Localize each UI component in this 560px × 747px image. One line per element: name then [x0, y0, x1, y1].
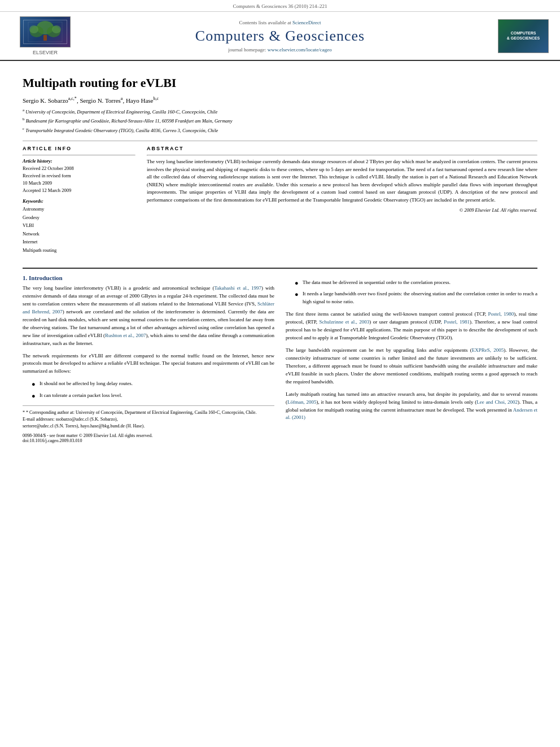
journal-homepage-link[interactable]: www.elsevier.com/locate/cageo — [268, 47, 332, 53]
abstract-col: ABSTRACT The very long baseline interfer… — [147, 146, 537, 259]
journal-title-main: Computers & Geosciences — [79, 28, 481, 45]
author2-name: , Sergio N. Torres — [77, 97, 121, 104]
article-meta-section: ARTICLE INFO Article history: Received 2… — [23, 146, 537, 259]
keywords-label: Keywords: — [23, 198, 135, 204]
article-info-label: ARTICLE INFO — [23, 146, 135, 151]
abstract-divider — [147, 155, 537, 156]
svg-rect-4 — [43, 35, 47, 41]
authors-line: Sergio K. Sobarzoa,c,*, Sergio N. Torres… — [23, 96, 537, 104]
svg-point-5 — [29, 25, 38, 33]
bullet-text-3: The data must be delivered in sequential… — [303, 279, 450, 287]
abstract-text: The very long baseline interferometry (V… — [147, 158, 537, 204]
bullet-list-right: ● The data must be delivered in sequenti… — [295, 279, 537, 306]
footnote-star-text: * Corresponding author at: University of… — [26, 410, 257, 415]
ref-postel1981[interactable]: Postel, 1981 — [444, 319, 470, 325]
section1-para5: The large bandwidth requirement can be m… — [286, 347, 537, 386]
footnote-email1: E-mail addresses: ssobarzo@udec.cl (S.K.… — [23, 416, 274, 423]
article-info-col: ARTICLE INFO Article history: Received 2… — [23, 146, 135, 259]
journal-homepage-line: journal homepage: www.elsevier.com/locat… — [79, 47, 481, 53]
body-col-right: ● The data must be delivered in sequenti… — [286, 274, 537, 443]
section1-para6: Lately multipath routing has turned into… — [286, 391, 537, 422]
keyword-1: Astronomy — [23, 205, 135, 213]
ref-lee-choi[interactable]: Lee and Choi, 2002 — [476, 399, 518, 405]
journal-header: ELSEVIER Contents lists available at Sci… — [0, 12, 560, 61]
author3-sup: b,c — [153, 96, 159, 101]
keywords-block: Keywords: Astronomy Geodesy VLBI Network… — [23, 198, 135, 254]
journal-right-logo-text: COMPUTERS & GEOSCIENCES — [505, 29, 542, 43]
received-date: Received 22 October 2008 — [23, 165, 135, 172]
author1-sup: a,c,* — [68, 96, 77, 101]
keyword-4: Network — [23, 230, 135, 238]
svg-point-1 — [37, 21, 54, 34]
journal-citation: Computers & Geosciences 36 (2010) 214–22… — [233, 3, 327, 9]
revised-date: 10 March 2009 — [23, 180, 135, 187]
ref-schulzrinne[interactable]: Schulzrinne et al., 2003 — [319, 319, 369, 325]
body-columns: 1. Introduction The very long baseline i… — [23, 274, 537, 443]
journal-header-right: COMPUTERS & GEOSCIENCES — [481, 19, 549, 53]
article-history-block: Article history: Received 22 October 200… — [23, 158, 135, 194]
section1-para1: The very long baseline interferometry (V… — [23, 285, 274, 348]
page-wrapper: Computers & Geosciences 36 (2010) 214–22… — [0, 0, 560, 455]
ref-expres[interactable]: EXPReS, 2005 — [472, 347, 504, 353]
revised-label: Received in revised form — [23, 172, 135, 180]
bullet-dot-1: ● — [32, 380, 36, 388]
article-title: Multipath routing for eVLBI — [23, 76, 537, 90]
bullet-dot-2: ● — [32, 392, 36, 400]
bullet-text-2: It can tolerate a certain packet loss le… — [40, 392, 122, 400]
elsevier-logo-image — [20, 16, 71, 47]
main-content: Multipath routing for eVLBI Sergio K. So… — [0, 61, 560, 455]
footer-doi: doi:10.1016/j.cageo.2009.03.010 — [23, 438, 274, 443]
footnote-email2: sertorre@udec.cl (S.N. Torres), hayo.has… — [23, 423, 274, 430]
section1-para2: The network requirements for eVLBI are d… — [23, 352, 274, 376]
sciencedirect-link[interactable]: ScienceDirect — [292, 20, 321, 25]
aff-sup-a: a — [23, 108, 24, 112]
keywords-list: Astronomy Geodesy VLBI Network Internet … — [23, 205, 135, 254]
bullet-item-2: ● It can tolerate a certain packet loss … — [32, 392, 274, 400]
elsevier-logo-container: ELSEVIER — [11, 16, 79, 55]
aff-sup-b: b — [23, 117, 25, 121]
affiliation-c: c Transportable Integrated Geodetic Obse… — [23, 126, 537, 134]
divider-1 — [23, 141, 537, 141]
aff-sup-c: c — [23, 126, 24, 131]
footnote-area: * * Corresponding author at: University … — [23, 405, 274, 443]
ref-rushton[interactable]: Rushton et al., 2007 — [105, 333, 146, 338]
elsevier-wordmark: ELSEVIER — [33, 50, 58, 55]
footnote-star: * * Corresponding author at: University … — [23, 409, 274, 416]
svg-point-3 — [47, 26, 60, 37]
bullet-text-4: It needs a large bandwidth over two fixe… — [303, 290, 537, 306]
svg-rect-0 — [28, 22, 62, 42]
bullet-item-3: ● The data must be delivered in sequenti… — [295, 279, 537, 287]
affiliation-a: a University of Concepción, Department o… — [23, 107, 537, 116]
abstract-label: ABSTRACT — [147, 146, 537, 151]
bullet-dot-3: ● — [295, 279, 299, 287]
bullet-item-1: ● It should not be affected by long dela… — [32, 380, 274, 388]
keyword-5: Internet — [23, 238, 135, 246]
keyword-2: Geodesy — [23, 213, 135, 221]
author3-name: , Hayo Hase — [123, 97, 153, 104]
ref-andersen[interactable]: Andersen et al. (2001) — [286, 407, 537, 421]
affiliation-a-text: University of Concepción, Department of … — [25, 108, 217, 114]
footer-section: * * Corresponding author at: University … — [23, 405, 274, 443]
body-col-left: 1. Introduction The very long baseline i… — [23, 274, 274, 443]
keyword-3: VLBI — [23, 221, 135, 229]
sciencedirect-line: Contents lists available at ScienceDirec… — [79, 20, 481, 25]
affiliation-b-text: Bundesamt für Kartographie und Geodäsie,… — [26, 118, 233, 124]
affiliations: a University of Concepción, Department o… — [23, 107, 537, 134]
section1-para4: The first three items cannot be satisfie… — [286, 311, 537, 342]
bullet-dot-4: ● — [295, 290, 299, 306]
keyword-6: Multipath routing — [23, 246, 135, 254]
elsevier-tree-icon — [25, 19, 65, 45]
affiliation-c-text: Transportable Integrated Geodetic Observ… — [25, 128, 218, 133]
divider-2 — [23, 268, 537, 269]
svg-point-2 — [30, 26, 43, 37]
article-info-divider — [23, 155, 135, 156]
section1-heading: 1. Introduction — [23, 274, 274, 281]
ref-lofman[interactable]: Löfman, 2005 — [287, 399, 317, 405]
copyright-line: © 2009 Elsevier Ltd. All rights reserved… — [147, 207, 537, 213]
author1-name: Sergio K. Sobarzo — [23, 97, 68, 104]
journal-right-logo: COMPUTERS & GEOSCIENCES — [498, 19, 549, 53]
ref-schluter[interactable]: Schlüter and Behrend, 2007 — [23, 301, 274, 314]
svg-point-6 — [52, 25, 61, 33]
ref-takahashi[interactable]: Takahashi et al., 1997 — [214, 285, 261, 291]
ref-postel1980[interactable]: Postel, 1980 — [488, 311, 514, 317]
